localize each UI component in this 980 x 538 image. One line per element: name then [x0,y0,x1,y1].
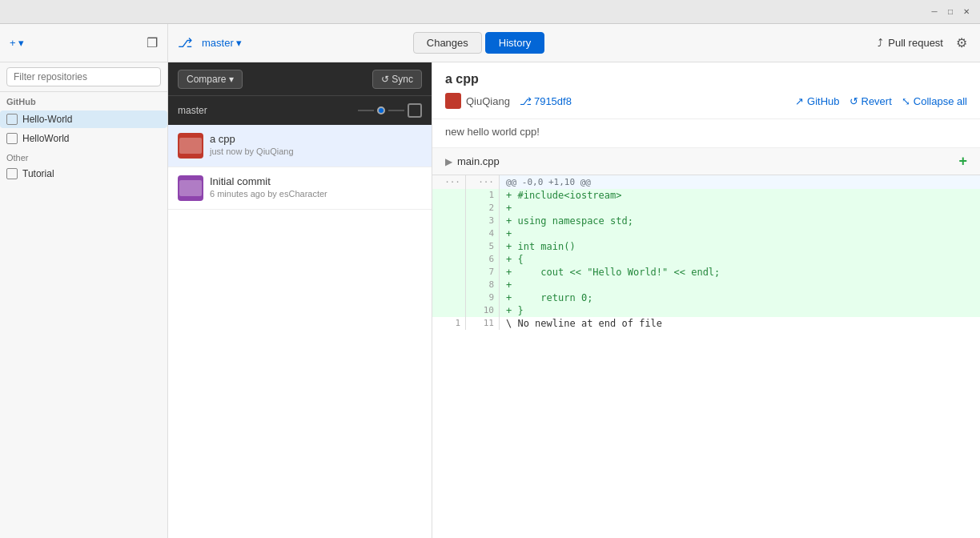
line-num-old [432,215,466,227]
hash-value: 7915df8 [534,95,572,107]
hash-icon: ⎇ [520,95,532,107]
revert-button[interactable]: ↺ Revert [849,95,892,107]
line-num-new: 11 [466,317,500,330]
line-num-old [432,240,466,253]
diff-message: new hello world cpp! [432,119,980,148]
line-num-old [432,266,466,279]
branch-selector[interactable]: master ▾ [202,37,242,49]
line-num-new: 5 [466,240,500,253]
diff-author-name: QiuQiang [466,95,510,107]
line-num-old [432,189,466,202]
pull-request-icon: ⤴ [878,37,883,49]
diff-hunk-row: ··· ··· @@ -0,0 +1,10 @@ [432,175,980,189]
diff-header: a cpp QiuQiang ⎇ 7915df8 ↗ [432,62,980,119]
repo-name: Tutorial [22,168,54,179]
history-panel: Compare ▾ ↺ Sync master [168,62,980,538]
commits-list: Compare ▾ ↺ Sync master [168,62,432,538]
compare-label: Compare [187,74,226,85]
github-section: GitHub [0,92,167,110]
search-input[interactable] [6,67,161,86]
commit-info-1: Initial commit 6 minutes ago by esCharac… [210,175,422,199]
other-section-label: Other [0,148,167,164]
branch-sync-icon [408,103,422,118]
minimize-button[interactable]: ─ [927,5,942,19]
diff-meta: QiuQiang ⎇ 7915df8 ↗ GitHub [445,93,967,109]
diff-panel: a cpp QiuQiang ⎇ 7915df8 ↗ [432,62,980,538]
file-diff-header-0[interactable]: ▶ main.cpp + [432,148,980,175]
line-content: + { [500,253,980,266]
line-num-old [432,291,466,304]
diff-hash[interactable]: ⎇ 7915df8 [520,95,572,107]
file-diff-0: ▶ main.cpp + ··· ··· @@ -0,0 +1,10 @@ 1+… [432,148,980,330]
commit-info-0: a cpp just now by QiuQiang [210,133,422,156]
commit-avatar-0 [178,133,203,159]
diff-line-row: 9+ return 0; [432,291,980,304]
repo-name: HelloWorld [22,133,69,144]
sidebar-item-tutorial[interactable]: Tutorial [0,165,167,183]
line-num-old: 1 [432,317,466,330]
commit-item-0[interactable]: a cpp just now by QiuQiang [168,125,432,167]
settings-button[interactable]: ⚙ [953,32,970,54]
branch-line-left [358,110,374,111]
add-repository-button[interactable]: + ▾ [6,34,27,52]
commit-title-0: a cpp [210,133,422,145]
file-diff-name: main.cpp [457,155,958,167]
main-area: ⎇ master ▾ Changes History ⤴ Pull reques… [168,24,980,538]
line-content: + int main() [500,240,980,253]
collapse-icon: ⤡ [902,95,910,107]
repo-icon [6,114,18,125]
diff-line-row: 1+ #include<iostream> [432,189,980,202]
diff-line-row: 2+ [432,202,980,215]
line-num-new: 10 [466,304,500,317]
commit-meta-0: just now by QiuQiang [210,147,422,156]
collapse-label: Collapse all [914,95,967,107]
commit-avatar-1 [178,175,203,201]
compare-button[interactable]: Compare ▾ [178,70,243,89]
commit-title-1: Initial commit [210,175,422,187]
diff-line-row: 7+ cout << "Hello World!" << endl; [432,266,980,279]
window-controls: ─ □ ✕ [927,5,974,19]
file-diff-toggle-icon: ▶ [445,156,452,167]
commit-item-1[interactable]: Initial commit 6 minutes ago by esCharac… [168,167,432,210]
file-add-button[interactable]: + [958,153,967,170]
line-content: + return 0; [500,291,980,304]
line-content: + } [500,304,980,317]
tab-changes[interactable]: Changes [413,32,482,54]
github-label: GitHub [807,95,839,107]
sync-button[interactable]: ↺ Sync [372,70,422,89]
sidebar-item-hello-world[interactable]: Hello-World [0,110,167,128]
branch-bar: master [168,96,432,125]
branch-indicators [358,103,422,118]
github-icon: ↗ [795,95,804,107]
pull-request-label: Pull request [888,37,943,49]
branch-dropdown-icon: ▾ [236,37,242,49]
sidebar-item-helloworld[interactable]: HelloWorld [0,130,167,147]
line-num-old [432,202,466,215]
branch-dot [377,106,385,114]
sidebar-toggle-button[interactable]: ❐ [143,32,161,54]
branch-icon: ⎇ [178,35,192,50]
title-bar: ─ □ ✕ [0,0,980,24]
collapse-all-button[interactable]: ⤡ Collapse all [902,95,967,107]
line-num-old [432,279,466,291]
sidebar-toolbar: + ▾ ❐ [0,24,167,62]
line-num-old [432,304,466,317]
pull-request-button[interactable]: ⤴ Pull request [878,37,943,49]
line-num-new: 7 [466,266,500,279]
repo-name: Hello-World [22,114,72,125]
revert-label: Revert [862,95,892,107]
commit-meta-1: 6 minutes ago by esCharacter [210,189,422,199]
line-content: + [500,279,980,291]
line-num-new: 3 [466,215,500,227]
sidebar: + ▾ ❐ GitHub Hello-World HelloWorld Othe… [0,24,168,538]
diff-author-avatar [445,93,461,109]
revert-icon: ↺ [849,95,858,107]
github-button[interactable]: ↗ GitHub [795,95,839,107]
line-content: + [500,227,980,240]
tab-history[interactable]: History [485,32,544,54]
close-button[interactable]: ✕ [959,5,974,19]
avatar-inner [179,138,202,154]
restore-button[interactable]: □ [943,5,958,19]
dots-new: ··· [466,175,500,189]
avatar-inner [179,180,202,196]
